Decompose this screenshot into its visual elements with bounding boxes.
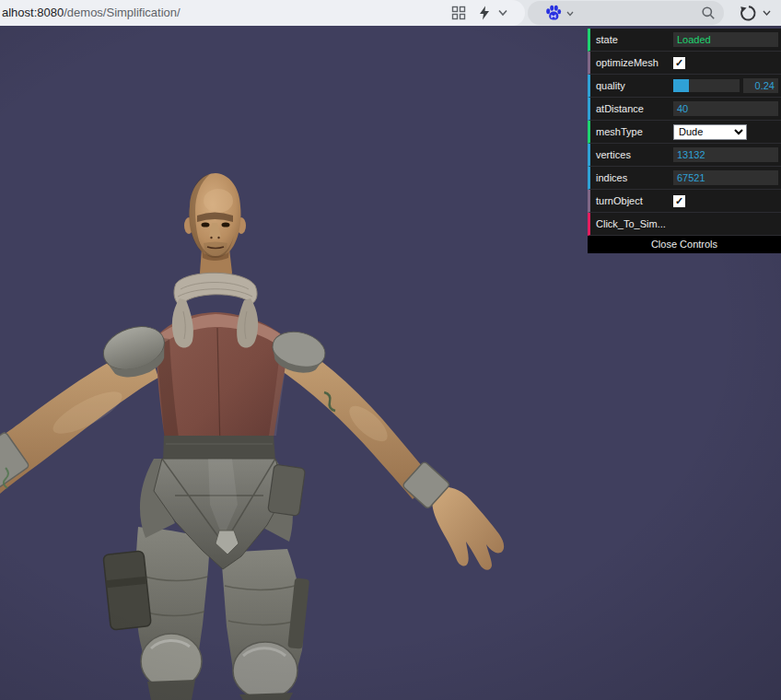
- gui-row-vertices: vertices 13132: [588, 144, 781, 167]
- gui-row-meshtype: meshType Dude: [588, 121, 781, 144]
- gui-row-indices: indices 67521: [588, 167, 781, 190]
- simplify-button-label: Click_To_Sim...: [590, 218, 781, 229]
- right-hip-pouch: [268, 464, 306, 516]
- url-path: /demos/Simplification/: [64, 6, 180, 19]
- baidu-paw-icon[interactable]: [544, 4, 563, 22]
- state-label: state: [590, 34, 673, 45]
- close-controls-button[interactable]: Close Controls: [588, 236, 781, 253]
- meshtype-label: meshType: [590, 126, 673, 137]
- search-icon[interactable]: [701, 6, 716, 20]
- url-text[interactable]: alhost:8080/demos/Simplification/: [2, 6, 181, 19]
- gui-row-optimizemesh: optimizeMesh ✓: [588, 52, 781, 75]
- vertices-label: vertices: [590, 149, 673, 160]
- address-bar[interactable]: alhost:8080/demos/Simplification/: [0, 0, 525, 26]
- gui-row-quality: quality 0.24: [588, 75, 781, 98]
- browser-right-tools: [728, 0, 781, 26]
- browser-toolbar: alhost:8080/demos/Simplification/: [0, 0, 781, 26]
- quality-value[interactable]: 0.24: [743, 78, 778, 93]
- gui-row-state: state Loaded: [588, 29, 781, 52]
- right-knee-pad: [233, 642, 297, 699]
- gui-row-atdistance: atDistance 40: [588, 98, 781, 121]
- character-head: [184, 173, 246, 258]
- vertices-value[interactable]: 13132: [673, 147, 778, 162]
- indices-label: indices: [590, 172, 673, 183]
- chevron-down-icon[interactable]: [498, 9, 507, 17]
- turnobject-checkbox[interactable]: ✓: [673, 195, 685, 207]
- meshtype-select[interactable]: Dude: [673, 124, 747, 140]
- indices-value[interactable]: 67521: [673, 170, 778, 185]
- undo-icon[interactable]: [739, 4, 757, 22]
- dat-gui-panel: state Loaded optimizeMesh ✓ quality 0.24…: [588, 29, 781, 253]
- optimizemesh-checkbox[interactable]: ✓: [673, 57, 685, 69]
- babylon-scene-canvas[interactable]: state Loaded optimizeMesh ✓ quality 0.24…: [0, 26, 781, 700]
- character-belt: [163, 436, 275, 461]
- quality-slider[interactable]: [673, 79, 740, 92]
- quality-label: quality: [590, 80, 673, 91]
- chevron-down-icon[interactable]: [763, 10, 771, 17]
- quality-slider-fill: [673, 79, 689, 92]
- character-right-hand: [402, 461, 505, 570]
- atdistance-label: atDistance: [590, 103, 673, 114]
- atdistance-value[interactable]: 40: [673, 101, 778, 116]
- gui-row-simplify-button[interactable]: Click_To_Sim...: [588, 213, 781, 236]
- chevron-down-icon[interactable]: [566, 11, 574, 17]
- gui-row-turnobject: turnObject ✓: [588, 190, 781, 213]
- lightning-icon[interactable]: [477, 6, 492, 20]
- turnobject-label: turnObject: [590, 195, 673, 206]
- optimizemesh-label: optimizeMesh: [590, 57, 673, 68]
- state-value[interactable]: Loaded: [673, 32, 778, 47]
- url-host: alhost:8080: [2, 6, 64, 19]
- apps-grid-icon[interactable]: [451, 6, 466, 20]
- left-thigh-pouch: [103, 551, 151, 630]
- extension-pill: [528, 1, 724, 25]
